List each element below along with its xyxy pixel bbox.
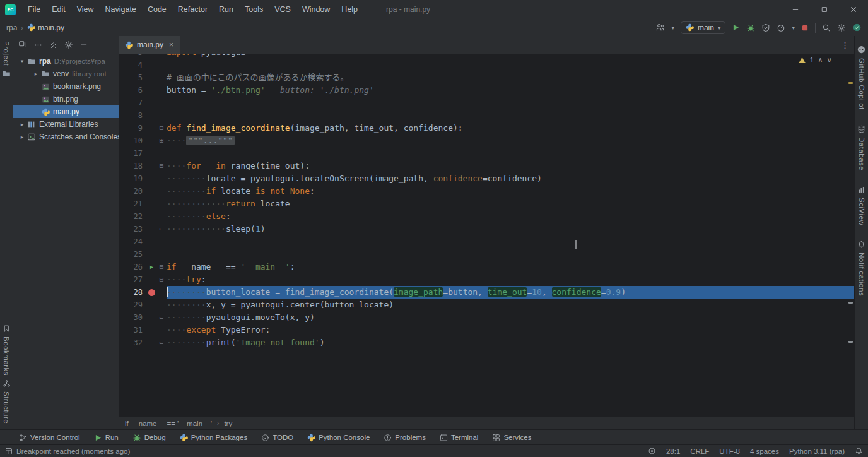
maximize-button[interactable] — [810, 0, 839, 19]
gutter-markers[interactable] — [146, 311, 156, 324]
fold-marker-icon[interactable]: ⊟ — [156, 122, 167, 134]
inspections-widget[interactable]: 1 ∧ ∨ — [798, 56, 832, 64]
code-line-26[interactable]: 26▶⊟if __name__ == '__main__': — [119, 261, 855, 273]
gutter-markers[interactable] — [146, 223, 156, 235]
line-number[interactable]: 32 — [120, 336, 146, 349]
tool-window-button-version-control[interactable]: Version Control — [19, 434, 80, 442]
line-number[interactable]: 8 — [120, 109, 146, 122]
line-separator[interactable]: CRLF — [690, 448, 709, 455]
settings-button[interactable] — [837, 23, 846, 32]
line-number[interactable]: 20 — [120, 185, 146, 198]
stop-button[interactable] — [801, 24, 809, 32]
editor-options-icon[interactable]: ⋮ — [841, 40, 855, 50]
debug-button[interactable] — [746, 23, 755, 32]
code-line-6[interactable]: 6button = './btn.png' button: './btn.png… — [119, 84, 855, 97]
tree-item-bookmark.png[interactable]: bookmark.png — [13, 80, 119, 93]
chevron-down-icon[interactable]: ▾ — [792, 25, 795, 31]
tool-window-button-problems[interactable]: Problems — [384, 434, 426, 442]
warning-icon[interactable] — [798, 56, 806, 64]
menu-vcs[interactable]: VCS — [269, 5, 296, 14]
gutter-markers[interactable] — [146, 134, 156, 147]
menu-view[interactable]: View — [71, 5, 100, 14]
tree-item-scratches-and-consoles[interactable]: ▸Scratches and Consoles — [13, 131, 119, 143]
gutter-markers[interactable] — [146, 109, 156, 122]
menu-refactor[interactable]: Refactor — [172, 5, 213, 14]
prev-issue-icon[interactable]: ∧ — [818, 56, 823, 64]
menu-help[interactable]: Help — [336, 5, 363, 14]
line-number[interactable]: 4 — [120, 59, 146, 71]
tool-window-button-todo[interactable]: TODO — [261, 434, 293, 442]
code-line-19[interactable]: 19········locate = pyautogui.locateOnScr… — [119, 172, 855, 185]
users-chevron-icon[interactable]: ▾ — [671, 25, 674, 31]
code-line-9[interactable]: 9⊟def find_image_coordinate(image_path, … — [119, 122, 855, 134]
fold-marker-icon[interactable]: ⊟ — [156, 261, 167, 273]
line-number[interactable]: 25 — [120, 248, 146, 261]
code-line-3[interactable]: 3import pyautogui — [119, 54, 855, 59]
code-line-25[interactable]: 25 — [119, 248, 855, 261]
code-line-29[interactable]: 29········x, y = pyautogui.center(button… — [119, 299, 855, 311]
code-line-23[interactable]: 23⌐············sleep(1) — [119, 223, 855, 235]
gutter-markers[interactable] — [146, 210, 156, 223]
gutter-markers[interactable] — [146, 97, 156, 109]
gutter-markers[interactable] — [146, 198, 156, 210]
menu-run[interactable]: Run — [213, 5, 239, 14]
code-line-28[interactable]: 28········button_locate = find_image_coo… — [119, 286, 855, 299]
line-number[interactable]: 3 — [120, 54, 146, 59]
line-number[interactable]: 18 — [120, 160, 146, 172]
tree-item-btn.png[interactable]: btn.png — [13, 93, 119, 105]
fold-marker-icon[interactable]: ⊟ — [156, 273, 167, 286]
python-interpreter[interactable]: Python 3.11 (rpa) — [789, 448, 845, 455]
minimize-button[interactable] — [781, 0, 810, 19]
tool-window-button-run[interactable]: Run — [94, 434, 119, 442]
gutter-markers[interactable] — [146, 248, 156, 261]
tree-arrow-icon[interactable]: ▾ — [18, 58, 26, 64]
tool-window-button-python-packages[interactable]: Python Packages — [180, 434, 248, 442]
tool-window-button-structure[interactable]: Structure — [3, 379, 11, 424]
line-number[interactable]: 21 — [120, 198, 146, 210]
tool-window-button-bookmarks[interactable]: Bookmarks — [3, 324, 11, 376]
gutter-markers[interactable] — [146, 324, 156, 336]
line-number[interactable]: 23 — [120, 223, 146, 235]
collapse-all-icon[interactable] — [49, 41, 57, 49]
fold-marker-icon[interactable]: ⌐ — [156, 223, 167, 235]
breadcrumb-item-main.py[interactable]: main.py — [27, 23, 64, 32]
run-line-icon[interactable]: ▶ — [150, 261, 153, 273]
code-line-30[interactable]: 30⌐········pyautogui.moveTo(x, y) — [119, 311, 855, 324]
gutter-markers[interactable] — [146, 84, 156, 97]
line-number[interactable]: 26 — [120, 261, 146, 273]
tree-item-rpa[interactable]: ▾rpaD:¥projects¥rpa — [13, 55, 119, 68]
gutter-markers[interactable] — [146, 185, 156, 198]
fold-marker-icon[interactable]: ⌐ — [156, 336, 167, 349]
profiler-button[interactable] — [777, 23, 785, 32]
menu-code[interactable]: Code — [142, 5, 172, 14]
run-config-selector[interactable]: main ▾ — [681, 21, 726, 34]
breadcrumb-item-rpa[interactable]: rpa — [6, 23, 17, 32]
plugin-status-button[interactable] — [852, 23, 862, 32]
gutter-markers[interactable] — [146, 286, 156, 299]
more-options-icon[interactable] — [34, 41, 42, 49]
line-number[interactable]: 24 — [120, 235, 146, 248]
indent-style[interactable]: 4 spaces — [750, 448, 779, 455]
tool-window-button-services[interactable]: Services — [492, 434, 531, 442]
tree-arrow-icon[interactable]: ▸ — [18, 121, 26, 128]
tool-window-button-debug[interactable]: Debug — [132, 433, 166, 442]
line-number[interactable]: 6 — [120, 84, 146, 97]
gutter-markers[interactable]: ▶ — [146, 261, 156, 273]
code-line-27[interactable]: 27⊟····try: — [119, 273, 855, 286]
line-number[interactable]: 9 — [120, 122, 146, 134]
run-button[interactable] — [732, 23, 740, 32]
tool-window-button-project[interactable]: Project — [2, 41, 11, 78]
code-line-32[interactable]: 32⌐········print('Image not found') — [119, 336, 855, 349]
tree-item-venv[interactable]: ▸venvlibrary root — [13, 68, 119, 80]
code-line-31[interactable]: 31····except TypeError: — [119, 324, 855, 336]
code-viewport[interactable]: 3import pyautogui45# 画面の中にこのパスの画像があるか検索す… — [119, 54, 855, 417]
gutter-markers[interactable] — [146, 172, 156, 185]
tree-arrow-icon[interactable]: ▸ — [32, 71, 40, 77]
gutter-markers[interactable] — [146, 59, 156, 71]
panel-settings-icon[interactable] — [64, 40, 73, 49]
line-number[interactable]: 22 — [120, 210, 146, 223]
tool-window-button-notifications[interactable]: Notifications — [857, 240, 865, 296]
editor-breadcrumb-item[interactable]: try — [224, 420, 232, 427]
gutter-markers[interactable] — [146, 235, 156, 248]
close-tab-icon[interactable]: × — [169, 40, 173, 49]
